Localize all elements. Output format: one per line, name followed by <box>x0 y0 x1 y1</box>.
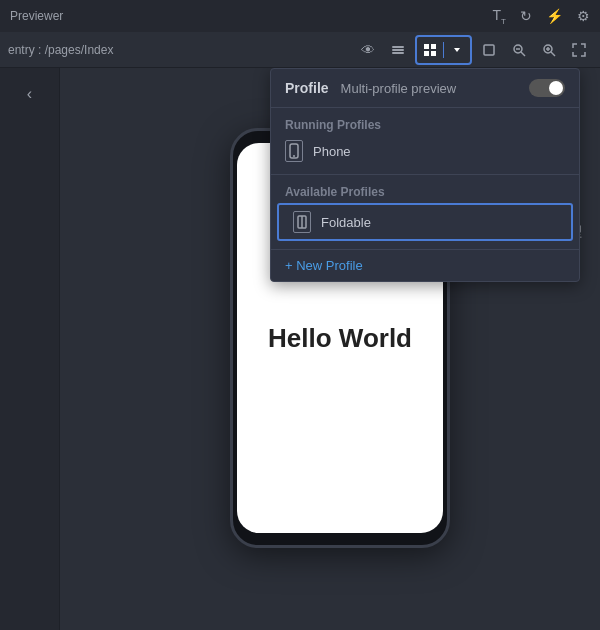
rotate-icon[interactable]: ↻ <box>520 8 532 24</box>
running-section-label: Running Profiles <box>271 114 579 134</box>
svg-rect-8 <box>484 45 494 55</box>
svg-rect-1 <box>392 49 404 51</box>
square-button[interactable] <box>476 37 502 63</box>
svg-rect-0 <box>392 46 404 48</box>
layers-button[interactable] <box>385 37 411 63</box>
zoom-in-button[interactable] <box>536 37 562 63</box>
phone-device-icon <box>285 140 303 162</box>
main-content: ‹ Hello World Profile Profile Multi-prof… <box>0 68 600 630</box>
phone-profile-item[interactable]: Phone <box>271 134 579 168</box>
phone-label: Phone <box>313 144 351 159</box>
svg-line-13 <box>551 52 555 56</box>
expand-button[interactable] <box>566 37 592 63</box>
breadcrumb: entry : /pages/Index <box>8 43 113 57</box>
multi-profile-toggle[interactable] <box>529 79 565 97</box>
svg-rect-2 <box>392 52 404 54</box>
new-profile-section: + New Profile <box>271 249 579 281</box>
foldable-label: Foldable <box>321 215 371 230</box>
dropdown-title: Profile <box>285 80 329 96</box>
titlebar: Previewer TT ↻ ⚡ ⚙ <box>0 0 600 32</box>
zoom-out-button[interactable] <box>506 37 532 63</box>
gear-icon[interactable]: ⚙ <box>577 8 590 24</box>
grid-button[interactable] <box>417 37 443 63</box>
eye-button[interactable]: 👁 <box>355 37 381 63</box>
dropdown-header: Profile Multi-profile preview <box>271 69 579 108</box>
svg-line-10 <box>521 52 525 56</box>
foldable-device-icon <box>293 211 311 233</box>
antenna-icon[interactable]: ⚡ <box>546 8 563 24</box>
available-profiles-section: Available Profiles Foldable <box>271 174 579 249</box>
dropdown-subtitle: Multi-profile preview <box>341 81 457 96</box>
app-title: Previewer <box>10 9 63 23</box>
running-profiles-section: Running Profiles Phone <box>271 108 579 174</box>
font-icon[interactable]: TT <box>493 7 506 26</box>
dropdown-panel: Profile Multi-profile preview Running Pr… <box>270 68 580 282</box>
foldable-profile-item[interactable]: Foldable <box>277 203 573 241</box>
svg-rect-5 <box>424 51 429 56</box>
svg-rect-6 <box>431 51 436 56</box>
chevron-down-button[interactable] <box>444 37 470 63</box>
profile-button-group[interactable] <box>415 35 472 65</box>
svg-marker-7 <box>454 48 460 52</box>
hello-world-text: Hello World <box>268 323 412 354</box>
new-profile-link[interactable]: + New Profile <box>285 258 363 273</box>
toolbar: entry : /pages/Index 👁 <box>0 32 600 68</box>
available-section-label: Available Profiles <box>271 181 579 201</box>
svg-rect-3 <box>424 44 429 49</box>
svg-rect-4 <box>431 44 436 49</box>
titlebar-icons: TT ↻ ⚡ ⚙ <box>493 7 590 26</box>
